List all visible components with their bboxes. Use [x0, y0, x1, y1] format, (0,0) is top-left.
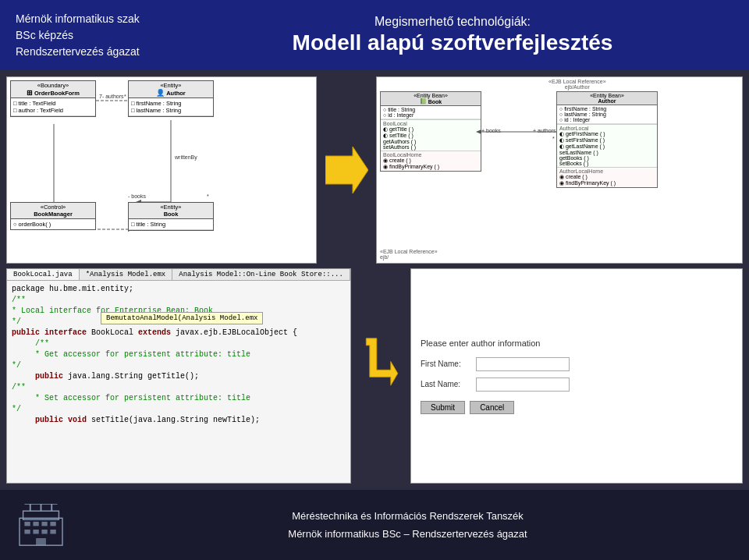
form-firstname-input[interactable] [476, 357, 570, 371]
code-public2: public [35, 372, 68, 381]
code-line8: */ [12, 361, 21, 370]
svg-rect-23 [50, 521, 55, 526]
form-area: Please enter author information First Na… [410, 268, 743, 484]
curved-arrow-svg [361, 337, 400, 415]
code-indent2 [12, 372, 30, 381]
svg-rect-26 [41, 530, 47, 534]
code-content: package hu.bme.mit.entity; /** * Local i… [7, 281, 350, 429]
arrow-curved-container [357, 268, 404, 484]
header: Mérnök informatikus szak BSc képzés Rend… [0, 0, 749, 70]
tab-analysis-model[interactable]: *Analysis Model.emx [80, 269, 173, 280]
svg-rect-28 [36, 538, 46, 545]
footer-line2: Mérnök informatikus BSc – Rendszertervez… [82, 525, 733, 543]
control-name: BookManager [12, 211, 94, 218]
svg-rect-22 [41, 521, 47, 526]
entity-author-attr2: □ lastName : String [131, 107, 211, 114]
bottom-row: BookLocal.java *Analysis Model.emx Analy… [6, 268, 743, 484]
bool-find: ◉ findByPrimaryKey ( ) [383, 164, 478, 170]
code-void: void [68, 416, 91, 424]
entity-author-name: Author [166, 90, 186, 97]
bool-method2: ◐ setTitle ( ) [383, 133, 478, 139]
code-public1: public interface [12, 328, 91, 337]
header-subtitle: Megismerhető technológiák: [172, 15, 733, 29]
author-method6: setBooks ( ) [559, 161, 655, 166]
bool-method1: ◐ getTitle ( ) [383, 126, 478, 133]
cancel-button[interactable]: Cancel [470, 401, 514, 414]
code-public3: public [35, 416, 68, 424]
header-program-line1: Mérnök informatikus szak [16, 11, 172, 27]
form-lastname-label: Last Name: [421, 380, 471, 388]
book-attr2: ○ id : Integer [383, 112, 478, 118]
author-attr1: ○ firstName : String [559, 106, 655, 112]
boundary-attr2: □ author : TextField [13, 107, 93, 114]
author-method3: ◐ getLastName ( ) [559, 144, 655, 150]
form-firstname-label: First Name: [421, 360, 471, 368]
boundary-attr1: □ title : TextField [13, 100, 93, 107]
svg-text:*: * [207, 193, 209, 199]
author-ejb-name: Author [558, 98, 656, 104]
uml-diagram: «Boundary» ⊞ OrderBookForm □ title : Tex… [6, 76, 317, 264]
bool-method3: getAuthors ( ) [383, 139, 478, 144]
header-main-title: Modell alapú szoftverfejlesztés [172, 30, 733, 55]
tab-booklocal[interactable]: BookLocal.java [7, 269, 80, 280]
star-label: * [552, 136, 555, 141]
code-interface-name: BookLocal [91, 328, 138, 337]
author-method5: getBooks ( ) [559, 155, 655, 161]
entity-book-name: Book [130, 211, 212, 218]
bool-method4: setAuthors ( ) [383, 144, 478, 150]
author-method1: ◐ getFirstName ( ) [559, 131, 655, 137]
building-logo [16, 504, 66, 547]
book-stereotype: «Entity Bean» [382, 93, 480, 98]
books-label: + books [481, 128, 501, 133]
author-method2: ◐ setFirstName ( ) [559, 137, 655, 144]
control-method: ○ orderBook( ) [13, 221, 93, 228]
header-program-line3: Rendszertervezés ágazat [16, 44, 172, 60]
code-line2: /** [12, 296, 26, 304]
svg-marker-17 [366, 338, 398, 385]
authors-label: + authors [533, 128, 556, 133]
bool-create: ◉ create ( ) [383, 158, 478, 164]
code-line9: java.lang.String getTitle(); [68, 372, 199, 381]
submit-button[interactable]: Submit [421, 401, 465, 414]
bool-local-label: BoolLocal [383, 121, 478, 126]
boundary-icon: ⊞ [27, 89, 33, 97]
arrow-right-svg [325, 147, 368, 193]
author-find: ◉ findByPrimaryKey ( ) [559, 180, 655, 186]
form-row-lastname: Last Name: [421, 377, 733, 392]
tab-online-store[interactable]: Analysis Model::On-Line Book Store::... [172, 269, 350, 280]
svg-rect-27 [50, 530, 55, 534]
entity-book-attr1: □ title : String [131, 221, 211, 228]
svg-text:*: * [124, 94, 126, 99]
ejb-diagram: «EJB Local Reference» ejb/Author «Entity… [376, 76, 743, 264]
entity-author-stereotype: «Entity» [130, 82, 212, 89]
header-program-line2: BSc képzés [16, 27, 172, 44]
svg-rect-21 [33, 521, 38, 526]
svg-rect-25 [33, 530, 38, 534]
author-method4: setLastName ( ) [559, 150, 655, 155]
code-line7: * Get accessor for persistent attribute:… [12, 350, 250, 359]
code-line12: */ [12, 405, 21, 413]
book-icon: 📗 [420, 98, 427, 105]
entity-author-icon: 👤 [156, 89, 165, 97]
author-create: ◉ create ( ) [559, 174, 655, 180]
arrow-right-1 [323, 76, 370, 264]
code-indent [12, 339, 30, 348]
author-local-home-label: AuthorLocalHome [559, 168, 655, 174]
code-line6: /** [30, 339, 49, 348]
code-extends: extends [138, 328, 176, 337]
code-line5-rest: javax.ejb.EJBLocalObject { [176, 328, 297, 337]
author-local-label: AuthorLocal [559, 126, 655, 131]
svg-rect-20 [24, 521, 30, 526]
top-row: «Boundary» ⊞ OrderBookForm □ title : Tex… [6, 76, 743, 264]
entity-book-stereotype: «Entity» [130, 204, 212, 211]
author-ejb-stereotype: «Entity Bean» [558, 93, 656, 98]
author-attr3: ○ id : Integer [559, 117, 655, 122]
code-line4: */ [12, 317, 21, 326]
svg-rect-24 [24, 530, 30, 534]
author-attr2: ○ lastName : String [559, 112, 655, 117]
svg-text:7- authors: 7- authors [99, 94, 124, 99]
form-lastname-input[interactable] [476, 377, 570, 392]
code-line13: setTitle(java.lang.String newTitle); [91, 416, 260, 424]
footer-text: Méréstechnika és Információs Rendszerek … [82, 507, 733, 544]
header-center: Megismerhető technológiák: Modell alapú … [172, 15, 733, 55]
